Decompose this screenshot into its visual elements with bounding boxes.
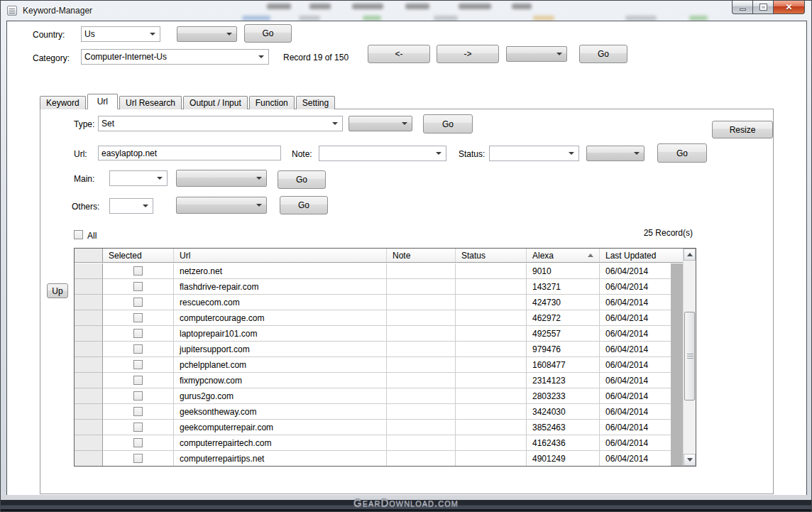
- last-updated-cell: 06/04/2014: [600, 357, 671, 373]
- tab-setting[interactable]: Setting: [296, 96, 335, 109]
- status-cell: [456, 357, 527, 373]
- scrollbar-thumb[interactable]: [684, 312, 695, 401]
- next-record-button[interactable]: ->: [437, 45, 499, 63]
- row-checkbox[interactable]: [133, 454, 143, 463]
- row-header-cell[interactable]: [75, 373, 103, 388]
- row-header-cell[interactable]: [75, 451, 103, 466]
- row-checkbox[interactable]: [133, 282, 143, 291]
- vertical-scrollbar[interactable]: [683, 249, 696, 466]
- row-checkbox[interactable]: [133, 298, 143, 307]
- tab-strip: KeywordUrlUrl ResearchOutput / InputFunc…: [40, 94, 335, 109]
- last-updated-cell: 06/04/2014: [600, 451, 671, 466]
- table-row[interactable]: computercourage.com46297206/04/2014: [75, 310, 671, 326]
- row-header-cell[interactable]: [75, 263, 103, 279]
- row-header-cell[interactable]: [75, 310, 103, 326]
- table-row[interactable]: rescuecom.com42473006/04/2014: [75, 295, 671, 310]
- alexa-cell: 462972: [527, 310, 600, 326]
- tab-output-input[interactable]: Output / Input: [183, 96, 248, 109]
- table-row[interactable]: geekcomputerrepair.com385246306/04/2014: [75, 420, 671, 435]
- close-button[interactable]: ✕: [773, 1, 805, 14]
- row-checkbox[interactable]: [133, 329, 143, 338]
- category-combobox[interactable]: Computer-Internet-Us: [81, 49, 269, 65]
- selected-cell: [103, 388, 174, 404]
- up-button[interactable]: Up: [47, 283, 68, 298]
- table-row[interactable]: flashdrive-repair.com14327106/04/2014: [75, 279, 671, 295]
- type-secondary-dropdown[interactable]: [349, 116, 412, 131]
- row-header-cell[interactable]: [75, 357, 103, 373]
- last-updated-cell: 06/04/2014: [600, 310, 671, 326]
- tab-function[interactable]: Function: [249, 96, 295, 109]
- column-header-selected[interactable]: Selected: [103, 249, 174, 262]
- main-go-button[interactable]: Go: [278, 170, 326, 189]
- alexa-cell: 424730: [527, 295, 600, 310]
- status-secondary-dropdown[interactable]: [586, 146, 644, 161]
- main-secondary-dropdown[interactable]: [176, 170, 267, 187]
- row-header-cell[interactable]: [75, 326, 103, 342]
- table-row[interactable]: pchelpplanet.com160847706/04/2014: [75, 357, 671, 373]
- row-header-cell[interactable]: [75, 420, 103, 435]
- row-checkbox[interactable]: [133, 423, 143, 432]
- type-combobox[interactable]: Set: [98, 116, 343, 131]
- last-updated-cell: 06/04/2014: [600, 295, 671, 310]
- url-input[interactable]: easylaptop.net: [98, 146, 281, 160]
- table-row[interactable]: computerrepairtips.net490124906/04/2014: [75, 451, 671, 466]
- others-go-button[interactable]: Go: [280, 196, 328, 214]
- title-bar[interactable]: Keyword-Manager ✕: [1, 1, 811, 21]
- scroll-up-button[interactable]: [684, 249, 696, 261]
- country-go-button[interactable]: Go: [244, 24, 292, 43]
- others-combobox[interactable]: [109, 198, 153, 214]
- row-header-cell[interactable]: [75, 279, 103, 295]
- select-all-checkbox[interactable]: [74, 230, 83, 239]
- row-header-cell[interactable]: [75, 388, 103, 404]
- url-go-button[interactable]: Go: [657, 143, 707, 163]
- url-cell: gurus2go.com: [174, 388, 387, 404]
- row-checkbox[interactable]: [133, 391, 143, 401]
- row-checkbox[interactable]: [133, 266, 143, 276]
- row-checkbox[interactable]: [133, 313, 143, 322]
- column-header-url[interactable]: Url: [174, 249, 387, 262]
- chevron-down-icon: [634, 152, 640, 155]
- tab-keyword[interactable]: Keyword: [40, 96, 86, 109]
- table-row[interactable]: laptoprepair101.com49255706/04/2014: [75, 326, 671, 342]
- previous-record-button[interactable]: <-: [368, 45, 430, 63]
- table-row[interactable]: gurus2go.com280323306/04/2014: [75, 388, 671, 404]
- table-row[interactable]: jupitersupport.com97947606/04/2014: [75, 342, 671, 357]
- row-header-cell[interactable]: [75, 435, 103, 451]
- table-row[interactable]: fixmypcnow.com231412306/04/2014: [75, 373, 671, 388]
- maximize-button[interactable]: [752, 1, 773, 14]
- alexa-cell: 9010: [527, 263, 600, 279]
- tab-url[interactable]: Url: [87, 94, 118, 109]
- tab-url-research[interactable]: Url Research: [119, 96, 182, 109]
- minimize-button[interactable]: [732, 1, 752, 14]
- row-checkbox[interactable]: [133, 407, 143, 416]
- status-combobox[interactable]: [489, 146, 579, 161]
- row-header-cell[interactable]: [75, 404, 103, 420]
- table-row[interactable]: netzero.net901006/04/2014: [75, 263, 671, 279]
- row-checkbox[interactable]: [133, 360, 143, 369]
- column-header-status[interactable]: Status: [456, 249, 527, 262]
- url-label: Url:: [74, 149, 87, 159]
- column-header-note[interactable]: Note: [387, 249, 456, 262]
- table-row[interactable]: geeksontheway.com342403006/04/2014: [75, 404, 671, 420]
- row-header-cell[interactable]: [75, 295, 103, 310]
- scroll-down-button[interactable]: [684, 454, 696, 466]
- country-combobox[interactable]: Us: [81, 26, 160, 42]
- url-cell: geeksontheway.com: [174, 404, 387, 420]
- table-row[interactable]: computerrepairtech.com416243606/04/2014: [75, 435, 671, 451]
- record-go-button[interactable]: Go: [579, 45, 627, 63]
- country-secondary-dropdown[interactable]: [177, 26, 237, 42]
- column-header-last-updated[interactable]: Last Updated: [600, 249, 671, 262]
- row-checkbox[interactable]: [133, 438, 143, 447]
- others-secondary-dropdown[interactable]: [176, 197, 267, 214]
- note-cell: [387, 451, 456, 466]
- resize-button[interactable]: Resize: [712, 121, 773, 138]
- record-jump-dropdown[interactable]: [506, 46, 567, 62]
- note-combobox[interactable]: [319, 146, 446, 161]
- row-header-cell[interactable]: [75, 342, 103, 357]
- column-header-alexa[interactable]: Alexa: [527, 249, 600, 262]
- row-checkbox[interactable]: [133, 344, 143, 354]
- main-combobox[interactable]: [109, 170, 168, 186]
- row-checkbox[interactable]: [133, 376, 143, 385]
- type-go-button[interactable]: Go: [423, 114, 473, 134]
- selected-cell: [103, 420, 174, 435]
